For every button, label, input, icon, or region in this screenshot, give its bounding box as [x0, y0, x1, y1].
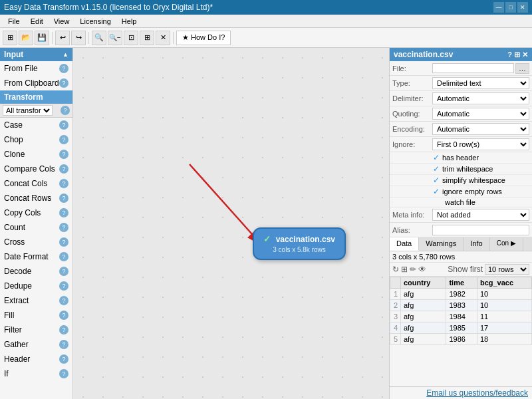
- stop-button[interactable]: ✕: [156, 31, 170, 45]
- how-do-i-button[interactable]: ★ How Do I?: [176, 31, 231, 45]
- menu-edit[interactable]: Edit: [25, 16, 49, 27]
- alias-input[interactable]: vaccination: [432, 225, 529, 235]
- copy-icon[interactable]: ⊞: [401, 265, 408, 274]
- edit-icon[interactable]: ✏: [410, 265, 416, 274]
- open-button[interactable]: 📂: [19, 31, 33, 45]
- zoom-fit-button[interactable]: ⊡: [124, 31, 138, 45]
- prop-delimiter: Delimiter: Automatic: [390, 91, 532, 106]
- ignore-select[interactable]: First 0 row(s): [432, 138, 529, 150]
- toolbar: ⊞ 📂 💾 ↩ ↪ 🔍 🔍− ⊡ ⊞ ✕ ★ How Do I?: [0, 28, 532, 48]
- left-item-from-file[interactable]: From File ?: [0, 61, 72, 76]
- meta-info-select[interactable]: Not added: [432, 209, 529, 221]
- close-panel-icon[interactable]: ✕: [522, 51, 528, 59]
- show-rows-select[interactable]: 10 rows 50 rows 100 rows: [485, 264, 529, 275]
- left-item-date-format[interactable]: Date Format?: [0, 249, 72, 264]
- filter-help-icon[interactable]: ?: [59, 325, 68, 334]
- case-help-icon[interactable]: ?: [59, 120, 68, 130]
- view-icon[interactable]: 👁: [418, 265, 426, 274]
- menu-view[interactable]: View: [49, 16, 75, 27]
- decode-help-icon[interactable]: ?: [59, 267, 68, 276]
- left-item-if[interactable]: If?: [0, 366, 72, 381]
- left-item-extract[interactable]: Extract?: [0, 293, 72, 308]
- left-item-from-clipboard[interactable]: From Clipboard ?: [0, 76, 72, 90]
- close-button[interactable]: ✕: [517, 2, 528, 13]
- save-button[interactable]: 💾: [35, 31, 49, 45]
- vaccination-node[interactable]: ✓ vaccination.csv 3 cols x 5.8k rows: [253, 227, 346, 260]
- input-scroll-up[interactable]: ▲: [63, 51, 68, 58]
- help-icon[interactable]: ?: [507, 51, 512, 59]
- header-help-icon[interactable]: ?: [59, 354, 68, 364]
- gather-help-icon[interactable]: ?: [59, 340, 68, 349]
- left-item-filter[interactable]: Filter?: [0, 323, 72, 337]
- tab-info[interactable]: Info: [464, 237, 489, 251]
- simplify-whitespace-label[interactable]: simplify whitespace: [442, 176, 505, 184]
- count-help-icon[interactable]: ?: [59, 223, 68, 232]
- cell-time: 1982: [446, 289, 477, 300]
- undo-button[interactable]: ↩: [55, 31, 70, 45]
- redo-button[interactable]: ↪: [71, 31, 86, 45]
- left-item-concat-cols[interactable]: Concat Cols?: [0, 176, 72, 191]
- if-help-icon[interactable]: ?: [59, 369, 68, 378]
- left-item-cross[interactable]: Cross?: [0, 235, 72, 249]
- zoom-100-button[interactable]: ⊞: [140, 31, 154, 45]
- clone-help-icon[interactable]: ?: [59, 150, 68, 159]
- file-input[interactable]: ndy\Desktop\vaccination.csv: [432, 63, 514, 73]
- tab-data[interactable]: Data: [390, 237, 419, 251]
- watch-file-label[interactable]: watch file: [445, 198, 475, 206]
- left-item-gather[interactable]: Gather?: [0, 337, 72, 352]
- transform-filter-select[interactable]: All transforms: [3, 105, 53, 116]
- compare-cols-help-icon[interactable]: ?: [59, 164, 68, 174]
- tab-warnings[interactable]: Warnings: [419, 237, 464, 251]
- has-header-label[interactable]: has header: [442, 154, 479, 162]
- menu-file[interactable]: File: [3, 16, 25, 27]
- type-select[interactable]: Delimited text: [432, 77, 529, 89]
- chop-help-icon[interactable]: ?: [59, 135, 68, 144]
- expand-icon[interactable]: ⊞: [514, 51, 520, 59]
- from-clipboard-help-icon[interactable]: ?: [59, 78, 68, 88]
- left-item-chop[interactable]: Chop?: [0, 132, 72, 147]
- left-item-header[interactable]: Header?: [0, 352, 72, 366]
- canvas[interactable]: ✓ vaccination.csv 3 cols x 5.8k rows: [73, 48, 389, 399]
- cross-help-icon[interactable]: ?: [59, 237, 68, 247]
- cell-bcg-vacc: 10: [477, 300, 531, 311]
- table-row: 3 afg 1984 11: [390, 311, 532, 323]
- new-button[interactable]: ⊞: [3, 31, 17, 45]
- maximize-button[interactable]: □: [505, 2, 516, 13]
- tab-con[interactable]: Con ▶: [490, 237, 523, 251]
- left-item-decode[interactable]: Decode?: [0, 264, 72, 279]
- left-item-copy-cols[interactable]: Copy Cols?: [0, 205, 72, 220]
- copy-cols-help-icon[interactable]: ?: [59, 208, 68, 217]
- transform-filter-help-icon[interactable]: ?: [61, 106, 70, 115]
- from-file-help-icon[interactable]: ?: [59, 64, 68, 73]
- date-format-help-icon[interactable]: ?: [59, 252, 68, 261]
- left-item-concat-rows[interactable]: Concat Rows?: [0, 191, 72, 205]
- quoting-select[interactable]: Automatic: [432, 108, 529, 120]
- show-rows-label: Show first: [448, 265, 483, 274]
- concat-rows-help-icon[interactable]: ?: [59, 194, 68, 203]
- minimize-button[interactable]: —: [493, 2, 504, 13]
- checkbox-simplify-whitespace: ✓ simplify whitespace: [390, 175, 532, 186]
- extract-help-icon[interactable]: ?: [59, 296, 68, 305]
- delimiter-select[interactable]: Automatic: [432, 92, 529, 104]
- left-item-count[interactable]: Count?: [0, 220, 72, 235]
- ignore-empty-rows-label[interactable]: ignore empty rows: [442, 188, 502, 196]
- file-browse-button[interactable]: …: [515, 63, 529, 74]
- zoom-out-button[interactable]: 🔍−: [108, 31, 122, 45]
- left-item-compare-cols[interactable]: Compare Cols?: [0, 162, 72, 176]
- encoding-select[interactable]: Automatic: [432, 123, 529, 135]
- menu-help[interactable]: Help: [116, 16, 142, 27]
- left-item-clone[interactable]: Clone?: [0, 147, 72, 162]
- dedupe-help-icon[interactable]: ?: [59, 281, 68, 291]
- left-item-fill[interactable]: Fill?: [0, 308, 72, 323]
- left-item-case[interactable]: Case?: [0, 118, 72, 132]
- trim-whitespace-label[interactable]: trim whitespace: [442, 165, 493, 173]
- concat-cols-help-icon[interactable]: ?: [59, 179, 68, 188]
- meta-info-value: Not added: [432, 209, 529, 221]
- refresh-icon[interactable]: ↻: [392, 265, 399, 274]
- cell-time: 1983: [446, 300, 477, 311]
- feedback-link[interactable]: Email us questions/feedback: [426, 388, 528, 398]
- zoom-in-button[interactable]: 🔍: [92, 31, 106, 45]
- left-item-dedupe[interactable]: Dedupe?: [0, 279, 72, 293]
- menu-licensing[interactable]: Licensing: [74, 16, 116, 27]
- fill-help-icon[interactable]: ?: [59, 311, 68, 320]
